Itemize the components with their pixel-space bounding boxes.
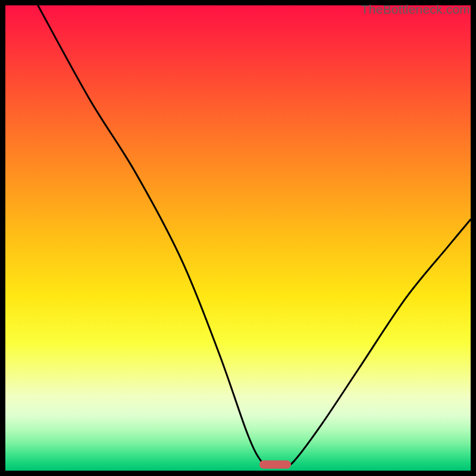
watermark-text: TheBottleneck.com: [361, 2, 470, 17]
chart-frame: TheBottleneck.com: [0, 0, 476, 476]
chart-svg: [5, 5, 471, 471]
chart-plot-area: [5, 5, 471, 471]
